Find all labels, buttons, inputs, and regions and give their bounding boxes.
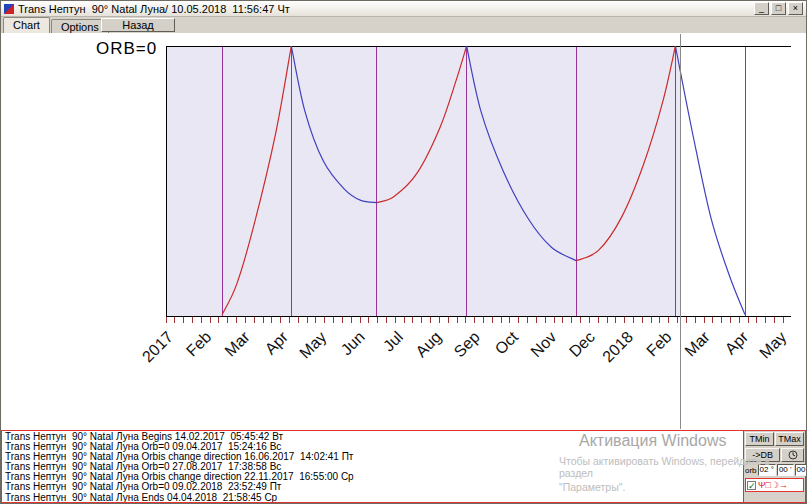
tmin-button[interactable]: TMin bbox=[745, 432, 774, 446]
month-label: Sep bbox=[451, 328, 483, 360]
window-title: Trans Нептун 90° Natal Луна/ 10.05.2018 … bbox=[18, 3, 290, 15]
month-label: Feb bbox=[643, 328, 675, 360]
month-label: 2018 bbox=[599, 328, 636, 365]
orb-label: orb bbox=[745, 466, 757, 475]
clock-icon bbox=[788, 450, 798, 460]
side-controls: TMin TMax ->DB orb 02 ° 00 ' 00 ✓ bbox=[743, 431, 805, 502]
orb-seconds-field[interactable]: 00 bbox=[795, 464, 807, 476]
chart-canvas: ORB=0 2017FebMarAprMayJunJulAugSepOctNov… bbox=[1, 33, 806, 430]
tab-chart[interactable]: Chart bbox=[3, 17, 50, 33]
month-label: Apr bbox=[722, 328, 752, 358]
app-window: Trans Нептун 90° Natal Луна/ 10.05.2018 … bbox=[0, 0, 807, 504]
orb-row: orb 02 ° 00 ' 00 bbox=[745, 464, 804, 476]
orb-curve-blue-segment bbox=[675, 46, 745, 315]
aspect-checkbox[interactable]: ✓ bbox=[747, 481, 756, 490]
orb-minutes-field[interactable]: 00 ' bbox=[777, 464, 794, 476]
month-label: Jun bbox=[338, 328, 368, 358]
month-label: Mar bbox=[681, 328, 713, 360]
minimize-button[interactable]: _ bbox=[754, 2, 769, 15]
caption-buttons: _ □ × bbox=[754, 2, 803, 15]
month-label: Nov bbox=[527, 328, 559, 360]
maximize-button[interactable]: □ bbox=[771, 2, 786, 15]
clock-button[interactable] bbox=[781, 448, 804, 462]
time-buttons-row: TMin TMax bbox=[745, 432, 804, 446]
month-label: May bbox=[296, 328, 329, 361]
app-icon bbox=[4, 4, 14, 14]
aspect-row: ✓ Ψ□☽→ bbox=[745, 478, 804, 492]
db-row: ->DB bbox=[745, 448, 804, 462]
close-button[interactable]: × bbox=[788, 2, 803, 15]
orb-degrees-field[interactable]: 02 ° bbox=[758, 464, 776, 476]
tmax-button[interactable]: TMax bbox=[775, 432, 804, 446]
month-label: Dec bbox=[566, 328, 598, 360]
month-label: Jul bbox=[380, 328, 406, 354]
month-label: May bbox=[756, 328, 789, 361]
title-bar: Trans Нептун 90° Natal Луна/ 10.05.2018 … bbox=[1, 1, 806, 17]
tab-bar: Chart Options Назад bbox=[1, 17, 806, 33]
events-panel: Trans Нептун 90° Natal Луна Begins 14.02… bbox=[1, 430, 806, 503]
orb-graph[interactable]: 2017FebMarAprMayJunJulAugSepOctNovDec201… bbox=[1, 33, 806, 430]
events-list: Trans Нептун 90° Natal Луна Begins 14.02… bbox=[2, 431, 743, 502]
month-label: Aug bbox=[412, 328, 444, 360]
aspect-formula: Ψ□☽→ bbox=[758, 480, 788, 490]
month-label: Oct bbox=[492, 328, 522, 358]
to-db-button[interactable]: ->DB bbox=[745, 448, 780, 462]
month-label: Apr bbox=[261, 328, 291, 358]
month-label: Mar bbox=[221, 328, 253, 360]
back-button[interactable]: Назад bbox=[101, 18, 175, 32]
month-label: Feb bbox=[183, 328, 215, 360]
month-label: 2017 bbox=[139, 328, 176, 365]
event-row[interactable]: Trans Нептун 90° Natal Луна Ends 04.04.2… bbox=[5, 493, 743, 502]
active-period-region bbox=[166, 46, 681, 316]
